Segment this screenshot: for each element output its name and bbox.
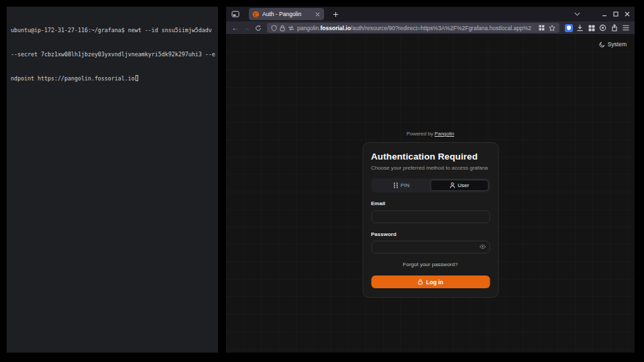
permissions-arrows-icon[interactable] (288, 25, 294, 31)
keypad-icon (393, 182, 398, 188)
pangolin-link[interactable]: Pangolin (435, 131, 454, 137)
close-button[interactable] (621, 7, 633, 21)
padlock-icon (417, 279, 423, 285)
share-icon[interactable] (608, 24, 620, 32)
terminal-output: ubuntu@ip-172-31-27-116:~/grafana$ newt … (7, 7, 218, 99)
terminal-window[interactable]: ubuntu@ip-172-31-27-116:~/grafana$ newt … (7, 7, 218, 353)
maximize-button[interactable] (610, 7, 621, 21)
browser-toolbar: ← → pangolin.fossorial.io/auth/resource/… (226, 21, 635, 35)
pangolin-favicon-icon (253, 11, 259, 17)
downloads-icon[interactable] (574, 24, 586, 32)
terminal-cursor (136, 75, 139, 81)
extensions-icon[interactable] (586, 25, 597, 32)
person-icon (449, 182, 455, 188)
browser-tab-active[interactable]: Auth - Pangolin (249, 8, 324, 20)
browser-window: Auth - Pangolin ← → (226, 7, 635, 353)
minimize-button[interactable] (598, 7, 610, 21)
new-tab-button[interactable] (330, 11, 341, 17)
back-icon[interactable]: ← (229, 24, 241, 32)
moon-icon (599, 42, 605, 48)
terminal-line: ubuntu@ip-172-31-27-116:~/grafana$ newt … (11, 26, 218, 34)
firefox-view-icon[interactable] (226, 10, 245, 18)
card-subtitle: Choose your preferred method to access g… (371, 165, 490, 171)
tracking-protection-shield-icon[interactable] (271, 25, 277, 32)
url-bar[interactable]: pangolin.fossorial.io/auth/resource/90?r… (267, 23, 559, 33)
url-text: pangolin.fossorial.io/auth/resource/90?r… (297, 25, 536, 32)
list-all-tabs-icon[interactable] (572, 12, 582, 16)
theme-toggle[interactable]: System (599, 41, 627, 48)
account-icon[interactable] (597, 24, 608, 32)
browser-tab-bar: Auth - Pangolin (226, 7, 635, 21)
reload-icon[interactable] (252, 25, 264, 32)
auth-method-tabs: PIN User (371, 178, 490, 192)
password-label: Password (371, 231, 490, 237)
forward-icon[interactable]: → (241, 24, 252, 32)
menu-hamburger-icon[interactable] (620, 25, 631, 31)
email-label: Email (371, 200, 490, 206)
tab-pin[interactable]: PIN (372, 180, 431, 191)
lock-icon[interactable] (280, 25, 285, 32)
page-content: System Powered by Pangolin Authenticatio… (226, 35, 635, 353)
shortcuts-grid-icon[interactable] (539, 25, 545, 31)
terminal-line: ndpoint https://pangolin.fossorial.io (11, 74, 218, 82)
powered-by: Powered by Pangolin (362, 131, 498, 137)
login-button[interactable]: Log in (371, 276, 490, 288)
password-field[interactable] (371, 241, 490, 253)
show-password-eye-icon[interactable] (479, 244, 486, 249)
theme-label: System (608, 41, 627, 48)
forgot-password-link[interactable]: Forgot your password? (371, 261, 490, 267)
tab-user[interactable]: User (431, 180, 489, 191)
ublock-extension-icon[interactable] (563, 24, 574, 32)
tab-close-icon[interactable] (315, 12, 320, 17)
auth-section: Powered by Pangolin Authentication Requi… (362, 131, 498, 298)
terminal-line: --secret 7cbz1xw08lh1jbzey03yxvndljvneam… (11, 50, 218, 58)
email-field[interactable] (371, 210, 490, 223)
card-title: Authentication Required (371, 152, 490, 162)
tab-title: Auth - Pangolin (262, 11, 312, 17)
auth-card: Authentication Required Choose your pref… (362, 142, 498, 298)
bookmark-star-icon[interactable] (549, 25, 555, 32)
